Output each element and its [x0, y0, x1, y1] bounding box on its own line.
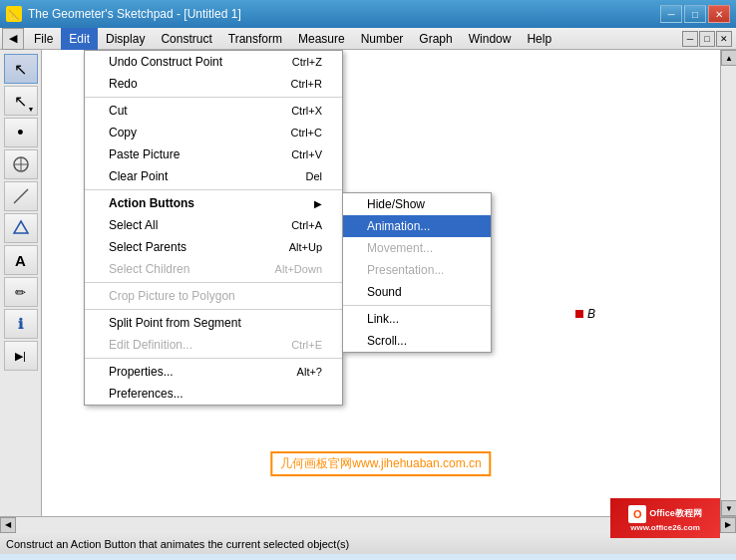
menu-bar: ◀ File Edit Display Construct Transform …: [0, 28, 736, 50]
menu-display[interactable]: Display: [98, 28, 153, 50]
play-tool[interactable]: ▶|: [4, 341, 38, 371]
menu-paste[interactable]: Paste Picture Ctrl+V: [85, 143, 342, 165]
separator-4: [85, 309, 342, 310]
submenu-link[interactable]: Link...: [343, 308, 491, 330]
edit-dropdown-menu: Undo Construct Point Ctrl+Z Redo Ctrl+R …: [84, 50, 343, 406]
submenu-sound[interactable]: Sound: [343, 281, 491, 303]
scroll-up-arrow[interactable]: ▲: [721, 50, 736, 66]
submenu-animation[interactable]: Animation...: [343, 215, 491, 237]
menu-file[interactable]: File: [26, 28, 61, 50]
menu-undo[interactable]: Undo Construct Point Ctrl+Z: [85, 51, 342, 73]
submenu-separator: [343, 305, 491, 306]
submenu-hide-show[interactable]: Hide/Show: [343, 193, 491, 215]
office-logo-line1: Office教程网: [649, 507, 702, 520]
menu-number[interactable]: Number: [353, 28, 412, 50]
canvas-area[interactable]: B 几何画板官网www.jihehuaban.com.cn Undo Const…: [42, 50, 720, 516]
compass-tool[interactable]: [4, 149, 38, 179]
separator-2: [85, 189, 342, 190]
menu-measure[interactable]: Measure: [290, 28, 353, 50]
menu-close-btn[interactable]: ✕: [716, 31, 732, 47]
menu-edit[interactable]: Edit: [61, 28, 98, 50]
status-text: Construct an Action Button that animates…: [6, 538, 349, 550]
menu-window[interactable]: Window: [461, 28, 520, 50]
app-icon: 📐: [6, 6, 22, 22]
scroll-track-right[interactable]: [721, 66, 736, 500]
select-tool[interactable]: ↖: [4, 54, 38, 84]
status-bar: Construct an Action Button that animates…: [0, 532, 736, 554]
scroll-left-arrow[interactable]: ◀: [0, 517, 16, 533]
menu-minimize-btn[interactable]: ─: [682, 31, 698, 47]
menu-help[interactable]: Help: [519, 28, 559, 50]
menu-edit-definition[interactable]: Edit Definition... Ctrl+E: [85, 334, 342, 356]
window-title: The Geometer's Sketchpad - [Untitled 1]: [28, 7, 660, 21]
main-area: ↖ ↖▼ • A ✏ ℹ ▶| B 几何画板官网www.jihehuaban.c: [0, 50, 736, 516]
menu-clear[interactable]: Clear Point Del: [85, 165, 342, 187]
pencil-tool[interactable]: ✏: [4, 277, 38, 307]
maximize-button[interactable]: □: [684, 5, 706, 23]
menu-cut[interactable]: Cut Ctrl+X: [85, 100, 342, 122]
menu-crop-picture[interactable]: Crop Picture to Polygon: [85, 285, 342, 307]
office-watermark: O Office教程网 www.office26.com: [610, 498, 720, 538]
menu-split-point[interactable]: Split Point from Segment: [85, 312, 342, 334]
menu-select-parents[interactable]: Select Parents Alt+Up: [85, 236, 342, 258]
close-button[interactable]: ✕: [708, 5, 730, 23]
text-tool[interactable]: A: [4, 245, 38, 275]
menu-copy[interactable]: Copy Ctrl+C: [85, 122, 342, 143]
menu-transform[interactable]: Transform: [220, 28, 290, 50]
point-tool[interactable]: •: [4, 118, 38, 147]
separator-1: [85, 97, 342, 98]
select-tool-2[interactable]: ↖▼: [4, 86, 38, 116]
nav-back-button[interactable]: ◀: [2, 28, 24, 50]
scroll-down-arrow[interactable]: ▼: [721, 500, 736, 516]
title-bar: 📐 The Geometer's Sketchpad - [Untitled 1…: [0, 0, 736, 28]
canvas-point-b: B: [575, 307, 595, 321]
menu-restore-btn[interactable]: □: [699, 31, 715, 47]
title-bar-controls: ─ □ ✕: [660, 5, 730, 23]
office-logo-line2: www.office26.com: [630, 523, 700, 532]
minimize-button[interactable]: ─: [660, 5, 682, 23]
menu-preferences[interactable]: Preferences...: [85, 383, 342, 405]
svg-line-3: [14, 189, 28, 203]
canvas-watermark: 几何画板官网www.jihehuaban.com.cn: [270, 451, 491, 476]
action-buttons-submenu: Hide/Show Animation... Movement... Prese…: [342, 192, 492, 353]
svg-marker-4: [14, 221, 28, 233]
separator-3: [85, 282, 342, 283]
submenu-movement[interactable]: Movement...: [343, 237, 491, 259]
menu-construct[interactable]: Construct: [153, 28, 219, 50]
menu-select-all[interactable]: Select All Ctrl+A: [85, 214, 342, 236]
menu-action-buttons[interactable]: Action Buttons ▶ Hide/Show Animation... …: [85, 192, 342, 214]
menu-bar-controls: ─ □ ✕: [682, 31, 734, 47]
menu-select-children[interactable]: Select Children Alt+Down: [85, 258, 342, 280]
separator-5: [85, 358, 342, 359]
scrollbar-right: ▲ ▼: [720, 50, 736, 516]
menu-redo[interactable]: Redo Ctrl+R: [85, 73, 342, 95]
toolbar: ↖ ↖▼ • A ✏ ℹ ▶|: [0, 50, 42, 516]
point-b-label: B: [587, 307, 595, 321]
submenu-scroll[interactable]: Scroll...: [343, 330, 491, 352]
submenu-presentation[interactable]: Presentation...: [343, 259, 491, 281]
polygon-tool[interactable]: [4, 213, 38, 243]
line-tool[interactable]: [4, 181, 38, 211]
scroll-right-arrow[interactable]: ▶: [720, 517, 736, 533]
menu-graph[interactable]: Graph: [411, 28, 460, 50]
info-tool[interactable]: ℹ: [4, 309, 38, 339]
menu-properties[interactable]: Properties... Alt+?: [85, 361, 342, 383]
